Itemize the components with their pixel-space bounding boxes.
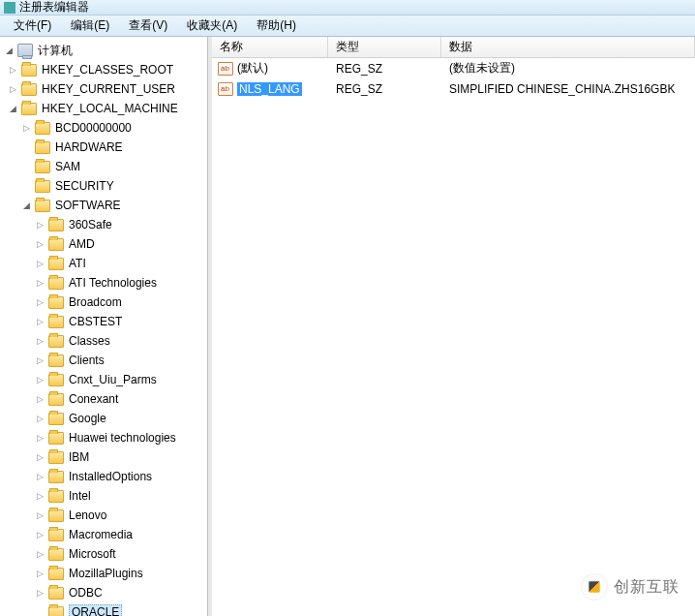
expander-icon[interactable] <box>21 123 32 134</box>
tree-key[interactable]: SAM <box>0 157 207 176</box>
expander-icon[interactable] <box>4 46 15 56</box>
menu-help[interactable]: 帮助(H) <box>249 15 304 36</box>
title-bar: 注册表编辑器 <box>0 0 695 15</box>
tree-key[interactable]: IBM <box>0 447 207 467</box>
list-header: 名称 类型 数据 <box>212 37 695 58</box>
tree-key[interactable]: Macromedia <box>0 525 207 544</box>
value-data-cell: SIMPLIFIED CHINESE_CHINA.ZHS16GBK <box>441 82 695 96</box>
value-row[interactable]: (默认) REG_SZ (数值未设置) <box>212 58 695 78</box>
tree-key[interactable]: Lenovo <box>0 506 207 525</box>
tree-label: Google <box>69 412 106 425</box>
expander-icon[interactable] <box>8 65 18 76</box>
tree-key[interactable]: SECURITY <box>0 176 207 196</box>
tree-key-software[interactable]: SOFTWARE <box>0 196 207 215</box>
tree-label: HKEY_LOCAL_MACHINE <box>42 102 178 115</box>
menu-bar: 文件(F) 编辑(E) 查看(V) 收藏夹(A) 帮助(H) <box>0 15 695 37</box>
watermark-text: 创新互联 <box>614 577 680 598</box>
value-row[interactable]: NLS_LANG REG_SZ SIMPLIFIED CHINESE_CHINA… <box>212 78 695 99</box>
expander-icon[interactable] <box>8 104 18 114</box>
expander-icon[interactable] <box>35 452 45 463</box>
tree-key[interactable]: MozillaPlugins <box>0 564 207 583</box>
tree-label: Broadcom <box>69 295 122 309</box>
column-header-type[interactable]: 类型 <box>328 37 441 57</box>
expander-icon[interactable] <box>35 549 45 560</box>
expander-icon[interactable] <box>35 239 45 250</box>
tree-key[interactable]: BCD00000000 <box>0 118 207 138</box>
expander-icon[interactable] <box>35 510 45 521</box>
expander-icon[interactable] <box>35 220 45 231</box>
tree-hive-local-machine[interactable]: HKEY_LOCAL_MACHINE <box>0 99 207 118</box>
tree-key[interactable]: Microsoft <box>0 544 207 564</box>
expander-icon[interactable] <box>35 317 45 327</box>
tree-label: BCD00000000 <box>55 121 132 135</box>
list-body[interactable]: (默认) REG_SZ (数值未设置) NLS_LANG REG_SZ SIMP… <box>212 58 695 616</box>
expander-icon[interactable] <box>35 472 45 482</box>
expander-icon[interactable] <box>35 259 45 269</box>
tree-label: Intel <box>69 489 91 503</box>
tree-key[interactable]: Huawei technologies <box>0 428 207 447</box>
value-data-cell: (数值未设置) <box>441 60 695 77</box>
tree-hive-current-user[interactable]: HKEY_CURRENT_USER <box>0 79 207 99</box>
tree-key[interactable]: ATI <box>0 254 207 273</box>
tree-label: ORACLE <box>69 604 122 616</box>
value-type-cell: REG_SZ <box>328 82 441 96</box>
tree-label: Huawei technologies <box>69 431 176 445</box>
menu-edit[interactable]: 编辑(E) <box>63 15 117 36</box>
expander-icon[interactable] <box>35 491 45 502</box>
tree-key[interactable]: CBSTEST <box>0 312 207 331</box>
tree-key[interactable]: InstalledOptions <box>0 467 207 486</box>
folder-icon <box>48 529 64 541</box>
expander-icon[interactable] <box>35 297 45 308</box>
expander-icon[interactable] <box>21 200 32 211</box>
tree-label: ODBC <box>69 586 103 600</box>
menu-file[interactable]: 文件(F) <box>6 15 59 36</box>
expander-icon[interactable] <box>35 569 45 579</box>
column-header-data[interactable]: 数据 <box>441 37 695 57</box>
expander-icon[interactable] <box>35 530 45 540</box>
tree-key[interactable]: ODBC <box>0 583 207 602</box>
menu-view[interactable]: 查看(V) <box>121 15 175 36</box>
expander-icon[interactable] <box>35 414 45 424</box>
content-area: 计算机 HKEY_CLASSES_ROOT HKEY_CURRENT_USER … <box>0 37 695 616</box>
expander-icon[interactable] <box>8 84 18 95</box>
tree-root-computer[interactable]: 计算机 <box>0 41 207 60</box>
tree-label: AMD <box>69 237 95 251</box>
tree-key-oracle[interactable]: ORACLE <box>0 602 207 616</box>
tree-hive-classes-root[interactable]: HKEY_CLASSES_ROOT <box>0 60 207 79</box>
expander-icon[interactable] <box>35 375 45 385</box>
expander-icon[interactable] <box>35 278 45 289</box>
tree-label: 计算机 <box>38 43 73 59</box>
tree-key[interactable]: Classes <box>0 331 207 351</box>
folder-icon <box>48 606 64 617</box>
expander-icon[interactable] <box>35 588 45 599</box>
tree-key[interactable]: Broadcom <box>0 293 207 312</box>
tree-key[interactable]: ATI Technologies <box>0 273 207 293</box>
watermark-logo-icon <box>581 573 608 601</box>
expander-icon[interactable] <box>35 336 45 347</box>
tree-key[interactable]: AMD <box>0 234 207 254</box>
tree-label: HKEY_CURRENT_USER <box>42 82 175 96</box>
tree-key[interactable]: Cnxt_Uiu_Parms <box>0 370 207 389</box>
expander-icon <box>21 162 32 172</box>
column-header-name[interactable]: 名称 <box>212 37 328 57</box>
expander-icon[interactable] <box>35 394 45 405</box>
values-panel: 名称 类型 数据 (默认) REG_SZ (数值未设置) NLS_LANG RE… <box>212 37 695 616</box>
tree-label: Conexant <box>69 392 118 406</box>
tree-key[interactable]: Intel <box>0 486 207 506</box>
tree-key[interactable]: Clients <box>0 351 207 370</box>
computer-icon <box>17 44 33 57</box>
expander-icon[interactable] <box>35 433 45 444</box>
tree-label: Classes <box>69 334 110 348</box>
value-name-cell: (默认) <box>237 60 328 77</box>
folder-icon <box>48 354 64 367</box>
registry-tree-panel[interactable]: 计算机 HKEY_CLASSES_ROOT HKEY_CURRENT_USER … <box>0 37 208 616</box>
tree-key[interactable]: Conexant <box>0 389 207 409</box>
tree-key[interactable]: Google <box>0 409 207 428</box>
expander-icon[interactable] <box>35 355 45 366</box>
folder-icon <box>48 374 64 386</box>
tree-key[interactable]: 360Safe <box>0 215 207 234</box>
tree-key[interactable]: HARDWARE <box>0 138 207 157</box>
tree-label: Macromedia <box>69 528 133 541</box>
tree-label: ATI Technologies <box>69 276 157 290</box>
menu-favorites[interactable]: 收藏夹(A) <box>179 15 245 36</box>
